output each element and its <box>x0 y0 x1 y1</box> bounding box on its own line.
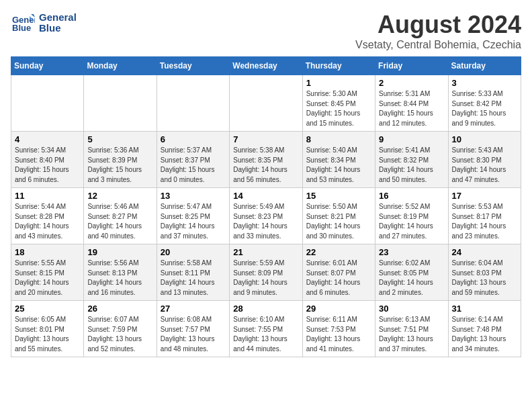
day-number: 1 <box>306 78 371 88</box>
day-number: 3 <box>452 78 517 88</box>
day-cell: 9Sunrise: 5:41 AM Sunset: 8:32 PM Daylig… <box>375 132 448 188</box>
day-info: Sunrise: 5:37 AM Sunset: 8:37 PM Dayligh… <box>161 146 226 185</box>
day-info: Sunrise: 5:44 AM Sunset: 8:28 PM Dayligh… <box>15 202 80 241</box>
day-info: Sunrise: 5:50 AM Sunset: 8:21 PM Dayligh… <box>306 202 371 241</box>
day-cell: 17Sunrise: 5:53 AM Sunset: 8:17 PM Dayli… <box>448 188 521 244</box>
day-cell <box>11 75 84 132</box>
day-number: 15 <box>306 191 371 201</box>
day-cell: 25Sunrise: 6:05 AM Sunset: 8:01 PM Dayli… <box>11 301 84 357</box>
day-cell: 27Sunrise: 6:08 AM Sunset: 7:57 PM Dayli… <box>157 301 229 357</box>
day-cell: 26Sunrise: 6:07 AM Sunset: 7:59 PM Dayli… <box>84 301 157 357</box>
day-number: 22 <box>306 247 371 257</box>
day-cell <box>230 75 302 132</box>
day-number: 7 <box>233 134 298 144</box>
day-number: 14 <box>233 191 298 201</box>
day-info: Sunrise: 6:01 AM Sunset: 8:07 PM Dayligh… <box>306 259 371 298</box>
day-info: Sunrise: 5:34 AM Sunset: 8:40 PM Dayligh… <box>15 146 80 185</box>
day-info: Sunrise: 6:02 AM Sunset: 8:05 PM Dayligh… <box>379 259 444 298</box>
day-number: 23 <box>379 247 444 257</box>
day-info: Sunrise: 5:49 AM Sunset: 8:23 PM Dayligh… <box>233 202 298 241</box>
day-cell: 24Sunrise: 6:04 AM Sunset: 8:03 PM Dayli… <box>448 244 521 301</box>
day-info: Sunrise: 6:14 AM Sunset: 7:48 PM Dayligh… <box>452 315 517 354</box>
calendar-table: SundayMondayTuesdayWednesdayThursdayFrid… <box>11 56 521 357</box>
day-info: Sunrise: 5:33 AM Sunset: 8:42 PM Dayligh… <box>452 89 517 128</box>
day-number: 8 <box>306 134 371 144</box>
day-info: Sunrise: 6:04 AM Sunset: 8:03 PM Dayligh… <box>452 259 517 298</box>
day-info: Sunrise: 5:31 AM Sunset: 8:44 PM Dayligh… <box>379 89 444 128</box>
day-info: Sunrise: 5:56 AM Sunset: 8:13 PM Dayligh… <box>87 259 152 298</box>
day-cell: 13Sunrise: 5:47 AM Sunset: 8:25 PM Dayli… <box>157 188 229 244</box>
day-number: 30 <box>379 304 444 314</box>
day-number: 28 <box>233 304 298 314</box>
weekday-header-monday: Monday <box>84 57 157 75</box>
day-cell: 2Sunrise: 5:31 AM Sunset: 8:44 PM Daylig… <box>375 75 448 132</box>
day-info: Sunrise: 6:08 AM Sunset: 7:57 PM Dayligh… <box>161 315 226 354</box>
day-cell: 16Sunrise: 5:52 AM Sunset: 8:19 PM Dayli… <box>375 188 448 244</box>
svg-text:Blue: Blue <box>12 23 31 33</box>
logo-line2: Blue <box>39 23 77 34</box>
day-number: 21 <box>233 247 298 257</box>
weekday-header-saturday: Saturday <box>448 57 521 75</box>
weekday-header-tuesday: Tuesday <box>157 57 229 75</box>
week-row-2: 4Sunrise: 5:34 AM Sunset: 8:40 PM Daylig… <box>11 132 521 188</box>
weekday-header-friday: Friday <box>375 57 448 75</box>
day-info: Sunrise: 5:58 AM Sunset: 8:11 PM Dayligh… <box>161 259 226 298</box>
day-number: 12 <box>87 191 152 201</box>
day-info: Sunrise: 6:11 AM Sunset: 7:53 PM Dayligh… <box>306 315 371 354</box>
day-cell: 14Sunrise: 5:49 AM Sunset: 8:23 PM Dayli… <box>230 188 302 244</box>
main-title: August 2024 <box>355 11 521 39</box>
day-number: 31 <box>452 304 517 314</box>
weekday-header-thursday: Thursday <box>302 57 375 75</box>
day-number: 17 <box>452 191 517 201</box>
day-number: 26 <box>87 304 152 314</box>
day-number: 29 <box>306 304 371 314</box>
day-info: Sunrise: 5:36 AM Sunset: 8:39 PM Dayligh… <box>87 146 152 185</box>
day-cell: 28Sunrise: 6:10 AM Sunset: 7:55 PM Dayli… <box>230 301 302 357</box>
day-number: 6 <box>161 134 226 144</box>
day-cell: 19Sunrise: 5:56 AM Sunset: 8:13 PM Dayli… <box>84 244 157 301</box>
day-cell: 20Sunrise: 5:58 AM Sunset: 8:11 PM Dayli… <box>157 244 229 301</box>
day-cell: 10Sunrise: 5:43 AM Sunset: 8:30 PM Dayli… <box>448 132 521 188</box>
day-number: 11 <box>15 191 80 201</box>
day-cell: 29Sunrise: 6:11 AM Sunset: 7:53 PM Dayli… <box>302 301 375 357</box>
day-cell: 18Sunrise: 5:55 AM Sunset: 8:15 PM Dayli… <box>11 244 84 301</box>
day-number: 13 <box>161 191 226 201</box>
day-info: Sunrise: 5:52 AM Sunset: 8:19 PM Dayligh… <box>379 202 444 241</box>
day-info: Sunrise: 5:43 AM Sunset: 8:30 PM Dayligh… <box>452 146 517 185</box>
day-number: 25 <box>15 304 80 314</box>
day-number: 4 <box>15 134 80 144</box>
day-cell: 12Sunrise: 5:46 AM Sunset: 8:27 PM Dayli… <box>84 188 157 244</box>
day-cell: 22Sunrise: 6:01 AM Sunset: 8:07 PM Dayli… <box>302 244 375 301</box>
day-info: Sunrise: 5:59 AM Sunset: 8:09 PM Dayligh… <box>233 259 298 298</box>
day-cell <box>84 75 157 132</box>
weekday-header-wednesday: Wednesday <box>230 57 302 75</box>
day-info: Sunrise: 5:41 AM Sunset: 8:32 PM Dayligh… <box>379 146 444 185</box>
title-area: August 2024 Vsetaty, Central Bohemia, Cz… <box>355 11 521 51</box>
day-info: Sunrise: 5:38 AM Sunset: 8:35 PM Dayligh… <box>233 146 298 185</box>
logo: General Blue General Blue <box>11 11 77 35</box>
day-cell: 8Sunrise: 5:40 AM Sunset: 8:34 PM Daylig… <box>302 132 375 188</box>
day-cell: 5Sunrise: 5:36 AM Sunset: 8:39 PM Daylig… <box>84 132 157 188</box>
day-number: 10 <box>452 134 517 144</box>
week-row-4: 18Sunrise: 5:55 AM Sunset: 8:15 PM Dayli… <box>11 244 521 301</box>
day-number: 24 <box>452 247 517 257</box>
day-cell: 30Sunrise: 6:13 AM Sunset: 7:51 PM Dayli… <box>375 301 448 357</box>
day-cell: 31Sunrise: 6:14 AM Sunset: 7:48 PM Dayli… <box>448 301 521 357</box>
day-number: 27 <box>161 304 226 314</box>
day-cell: 6Sunrise: 5:37 AM Sunset: 8:37 PM Daylig… <box>157 132 229 188</box>
day-number: 2 <box>379 78 444 88</box>
day-info: Sunrise: 6:07 AM Sunset: 7:59 PM Dayligh… <box>87 315 152 354</box>
day-number: 20 <box>161 247 226 257</box>
day-cell: 11Sunrise: 5:44 AM Sunset: 8:28 PM Dayli… <box>11 188 84 244</box>
day-cell: 21Sunrise: 5:59 AM Sunset: 8:09 PM Dayli… <box>230 244 302 301</box>
day-info: Sunrise: 5:30 AM Sunset: 8:45 PM Dayligh… <box>306 89 371 128</box>
logo-line1: General <box>39 12 77 24</box>
day-number: 9 <box>379 134 444 144</box>
day-info: Sunrise: 5:47 AM Sunset: 8:25 PM Dayligh… <box>161 202 226 241</box>
week-row-1: 1Sunrise: 5:30 AM Sunset: 8:45 PM Daylig… <box>11 75 521 132</box>
day-cell: 1Sunrise: 5:30 AM Sunset: 8:45 PM Daylig… <box>302 75 375 132</box>
day-number: 5 <box>87 134 152 144</box>
header: General Blue General Blue August 2024 Vs… <box>11 11 521 51</box>
weekday-header-sunday: Sunday <box>11 57 84 75</box>
day-cell: 4Sunrise: 5:34 AM Sunset: 8:40 PM Daylig… <box>11 132 84 188</box>
